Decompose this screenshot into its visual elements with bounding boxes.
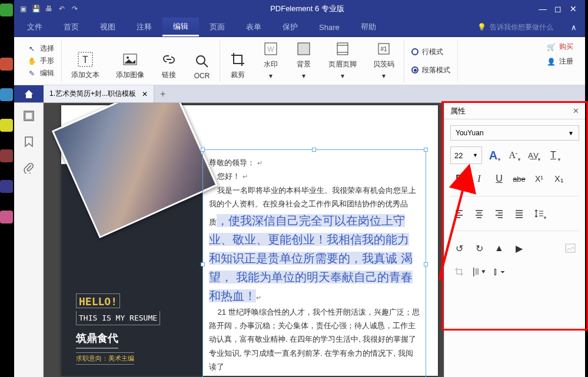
menu-search[interactable]: 💡 告诉我你想要做什么 [477,22,565,32]
char-spacing-button[interactable]: A͟V▼ [524,146,542,164]
pencil-icon: ✎ [27,69,36,78]
menu-edit[interactable]: 编辑 [162,18,199,36]
subscript-button[interactable]: X₁ [550,170,568,188]
highlighted-text[interactable]: ，使我深信自己完全可以在岗位上守业、敬业、更能创业！我相信我的能力和知识正是贵单… [209,214,413,302]
hello2: 您好！ [217,172,240,181]
subtitle-text: THIS IS MY RESUME [76,311,160,325]
save-icon[interactable]: 💾 [32,5,40,13]
maximize-button[interactable]: ◻ [551,3,565,15]
hand-icon: ✋ [27,56,36,66]
background-button[interactable]: 背景▾ [291,38,317,82]
ocr-button[interactable]: OCR [189,51,215,82]
svg-rect-9 [337,43,348,55]
ribbon: ↖选择 ✋手形 ✎编辑 T添加文本 添加图像 链接 OCR 裁剪 W水印▾ 背景… [14,37,585,85]
hello-line: 您好！ ↵ [209,169,420,183]
menu-protect[interactable]: 保护 [272,18,308,36]
add-text-label: 添加文本 [71,70,99,80]
link-label: 链接 [162,70,176,80]
font-select[interactable]: YouYuan ▼ [450,125,579,141]
align-justify-button[interactable] [510,205,528,222]
font-size-button[interactable]: A˘▼ [504,146,522,164]
align-center-button[interactable] [470,205,488,222]
align-left-button[interactable] [450,205,468,222]
line-mode-radio[interactable]: 行模式 [409,46,453,58]
rotate-right-button[interactable]: ↻ [470,239,488,257]
add-image-button[interactable]: 添加图像 [111,49,149,82]
resize-handle[interactable] [424,262,428,266]
svg-text:T: T [82,55,88,65]
bates-button[interactable]: #1贝茨码▾ [368,38,399,82]
hand-tool[interactable]: ✋手形 [25,55,57,67]
rotate-left-button[interactable]: ↺ [450,239,468,257]
menu-share[interactable]: Share [308,18,350,36]
attachments-icon[interactable] [23,162,35,174]
bookmarks-icon[interactable] [23,136,35,148]
distribute-button[interactable]: ⫿ ▾ [490,263,508,281]
svg-line-5 [204,63,208,67]
italic-button[interactable]: I [470,170,488,188]
font-size-input[interactable]: 22▼ [450,146,482,164]
window-title: PDFelement 6 专业版 [79,4,536,14]
close-props-icon[interactable]: ✕ [573,106,579,115]
thumbnails-icon[interactable] [23,110,35,122]
crop-image-button[interactable] [450,263,468,281]
name-text: 筑鼎食代 [76,329,118,349]
tab-label: 1.艺术类简历+封...职信模板 [49,89,136,99]
buy-label: 购买 [559,42,573,52]
menu-home[interactable]: 首页 [53,18,89,36]
font-color-button[interactable]: A▼ [484,146,502,164]
replace-image-button[interactable] [562,239,579,257]
menu-file[interactable]: 文件 [16,18,53,36]
line-spacing-button[interactable]: ▼ [530,205,548,222]
crop-button[interactable]: 裁剪 [225,49,251,82]
headerfooter-button[interactable]: 页眉页脚▾ [324,38,361,82]
resize-handle[interactable] [312,148,316,152]
resize-handle[interactable] [424,148,428,152]
add-tab-button[interactable]: + [154,89,171,99]
align-objects-button[interactable]: |⫴ ▾ [470,263,488,281]
home-tab[interactable] [14,85,44,102]
job-value: 美术主编 [108,355,134,362]
svg-point-4 [197,56,205,64]
paragraph-2: 21 世纪呼唤综合性的人才，我个性开朗活泼，兴趣广泛；思路开阔，办事沉稳；关心集… [209,305,420,374]
menubar: 文件 首页 视图 注释 编辑 页面 表单 保护 Share 帮助 💡 告诉我你想… [14,18,585,37]
flip-horizontal-button[interactable]: ▶ [510,239,528,257]
link-button[interactable]: 链接 [156,49,182,82]
menu-comment[interactable]: 注释 [126,18,162,36]
watermark-button[interactable]: W水印▾ [258,38,284,82]
select-tool[interactable]: ↖选择 [25,42,57,55]
edit-tool[interactable]: ✎编辑 [25,67,57,79]
close-tab-icon[interactable]: ✕ [142,90,148,98]
underline-button[interactable]: U [490,170,508,188]
register-button[interactable]: 👤注册 [547,56,573,66]
collapse-ribbon-icon[interactable]: ∧ [565,23,583,32]
svg-rect-8 [298,43,310,55]
resize-handle[interactable] [201,148,205,152]
menu-form[interactable]: 表单 [235,18,272,36]
flip-vertical-button[interactable]: ▲ [490,239,508,257]
align-right-button[interactable] [490,205,508,222]
document-tab[interactable]: 1.艺术类简历+封...职信模板 ✕ [44,85,154,102]
text-effects-button[interactable]: T▼ [544,146,562,164]
buy-button[interactable]: 🛒购买 [547,42,573,52]
greeting-line: 尊敬的领导： ↵ [209,156,420,169]
strikethrough-button[interactable]: abe [510,170,528,188]
text-selection-box[interactable]: 尊敬的领导： ↵ 您好！ ↵ 我是一名即将毕业的本科毕业生。我很荣幸有机会向您呈… [202,149,426,377]
bold-button[interactable]: B [450,170,468,188]
redo-icon[interactable]: ↷ [71,5,79,13]
svg-rect-15 [25,112,32,119]
undo-icon[interactable]: ↶ [58,5,66,13]
menu-help[interactable]: 帮助 [350,18,387,36]
print-icon[interactable]: 🖶 [45,5,53,13]
resize-handle[interactable] [201,262,205,266]
add-text-button[interactable]: T添加文本 [67,49,104,82]
superscript-button[interactable]: X¹ [530,170,548,188]
minimize-button[interactable]: — [536,3,550,15]
menu-page[interactable]: 页面 [199,18,235,36]
menu-view[interactable]: 视图 [89,18,126,36]
close-button[interactable]: ✕ [566,3,580,15]
home-icon [24,89,34,99]
search-placeholder: 告诉我你想要做什么 [490,22,553,32]
document-canvas[interactable]: HELLO! THIS IS MY RESUME 筑鼎食代 求职意向：美术主编 … [44,103,444,377]
para-mode-radio[interactable]: 段落模式 [409,64,453,76]
